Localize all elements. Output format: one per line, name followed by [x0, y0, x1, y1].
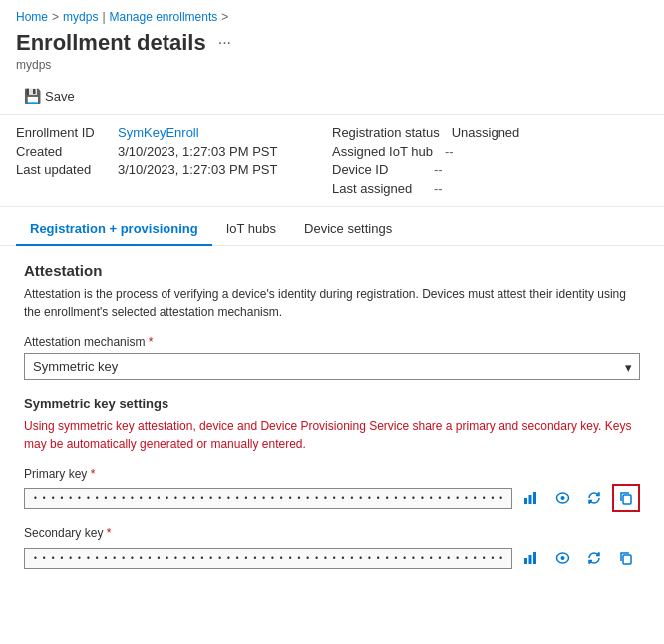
- svg-rect-5: [623, 495, 631, 504]
- secondary-key-input[interactable]: [24, 548, 512, 569]
- reg-status-label: Registration status: [332, 125, 440, 140]
- tab-device-settings[interactable]: Device settings: [290, 213, 406, 246]
- assigned-hub-value: --: [445, 144, 454, 159]
- symmetric-key-subsection: Symmetric key settings Using symmetric k…: [24, 396, 640, 572]
- breadcrumb-sep2: |: [102, 10, 105, 24]
- page-title-text: Enrollment details: [16, 30, 206, 56]
- primary-key-row: [24, 484, 640, 512]
- more-options-button[interactable]: ···: [214, 32, 235, 54]
- tabs-bar: Registration + provisioning IoT hubs Dev…: [0, 213, 664, 246]
- svg-rect-8: [533, 552, 536, 564]
- last-updated-value: 3/10/2023, 1:27:03 PM PST: [118, 162, 277, 177]
- secondary-key-row: [24, 544, 640, 572]
- breadcrumb-mydps[interactable]: mydps: [63, 10, 98, 24]
- toolbar: 💾 Save: [0, 78, 664, 115]
- last-assigned-value: --: [434, 181, 443, 196]
- tab-registration-provisioning[interactable]: Registration + provisioning: [16, 213, 212, 246]
- primary-key-input[interactable]: [24, 488, 512, 509]
- device-id-value: --: [434, 162, 443, 177]
- breadcrumb-manage[interactable]: Manage enrollments: [110, 10, 218, 24]
- last-assigned-label: Last assigned: [332, 181, 422, 196]
- svg-rect-0: [524, 498, 527, 504]
- mechanism-label: Attestation mechanism *: [24, 335, 640, 349]
- svg-point-4: [560, 496, 564, 500]
- svg-rect-6: [524, 558, 527, 564]
- assigned-hub-label: Assigned IoT hub: [332, 144, 433, 159]
- primary-key-wrapper: Primary key *: [24, 467, 640, 512]
- created-label: Created: [16, 144, 106, 159]
- enrollment-id-label: Enrollment ID: [16, 125, 106, 140]
- attestation-section-title: Attestation: [24, 262, 640, 279]
- primary-key-label: Primary key *: [24, 467, 640, 481]
- detail-row-created: Created 3/10/2023, 1:27:03 PM PST: [16, 144, 332, 159]
- reg-status-value: Unassigned: [452, 125, 520, 140]
- sym-key-title: Symmetric key settings: [24, 396, 640, 411]
- svg-rect-11: [623, 555, 631, 564]
- svg-rect-1: [529, 495, 532, 504]
- last-updated-label: Last updated: [16, 162, 106, 177]
- secondary-key-refresh-icon[interactable]: [580, 544, 608, 572]
- detail-row-assigned-hub: Assigned IoT hub --: [332, 144, 648, 159]
- device-id-label: Device ID: [332, 162, 422, 177]
- attestation-section-desc: Attestation is the process of verifying …: [24, 285, 640, 321]
- tab-iot-hubs[interactable]: IoT hubs: [212, 213, 290, 246]
- svg-point-10: [560, 556, 564, 560]
- mechanism-select-wrapper: Symmetric key X.509 TPM: [24, 353, 640, 380]
- created-value: 3/10/2023, 1:27:03 PM PST: [118, 144, 277, 159]
- enrollment-id-value: SymKeyEnroll: [118, 125, 199, 140]
- save-button[interactable]: 💾 Save: [16, 84, 83, 108]
- svg-rect-7: [529, 555, 532, 564]
- primary-key-bar-chart-icon[interactable]: [516, 484, 544, 512]
- page-subtitle: mydps: [16, 58, 648, 72]
- detail-row-device-id: Device ID --: [332, 162, 648, 177]
- primary-key-eye-icon[interactable]: [548, 484, 576, 512]
- breadcrumb: Home > mydps | Manage enrollments >: [0, 0, 664, 30]
- secondary-key-label: Secondary key *: [24, 526, 640, 540]
- mechanism-select[interactable]: Symmetric key X.509 TPM: [24, 353, 640, 380]
- sym-key-desc: Using symmetric key attestation, device …: [24, 417, 640, 453]
- breadcrumb-home[interactable]: Home: [16, 10, 48, 24]
- svg-rect-2: [533, 492, 536, 504]
- detail-row-last-assigned: Last assigned --: [332, 181, 648, 196]
- secondary-key-eye-icon[interactable]: [548, 544, 576, 572]
- save-icon: 💾: [24, 88, 41, 104]
- secondary-key-bar-chart-icon[interactable]: [516, 544, 544, 572]
- detail-row-last-updated: Last updated 3/10/2023, 1:27:03 PM PST: [16, 162, 332, 177]
- details-grid: Enrollment ID SymKeyEnroll Created 3/10/…: [0, 115, 664, 207]
- primary-key-copy-icon[interactable]: [612, 484, 640, 512]
- save-label: Save: [45, 89, 75, 104]
- primary-key-refresh-icon[interactable]: [580, 484, 608, 512]
- details-right: Registration status Unassigned Assigned …: [332, 125, 648, 196]
- breadcrumb-sep3: >: [221, 10, 228, 24]
- detail-row-reg-status: Registration status Unassigned: [332, 125, 648, 140]
- secondary-key-wrapper: Secondary key *: [24, 526, 640, 572]
- page-header: Enrollment details ··· mydps: [0, 30, 664, 78]
- detail-row-enrollment-id: Enrollment ID SymKeyEnroll: [16, 125, 332, 140]
- breadcrumb-sep1: >: [52, 10, 59, 24]
- secondary-key-copy-icon[interactable]: [612, 544, 640, 572]
- details-left: Enrollment ID SymKeyEnroll Created 3/10/…: [16, 125, 332, 196]
- content-area: Attestation Attestation is the process o…: [0, 246, 664, 602]
